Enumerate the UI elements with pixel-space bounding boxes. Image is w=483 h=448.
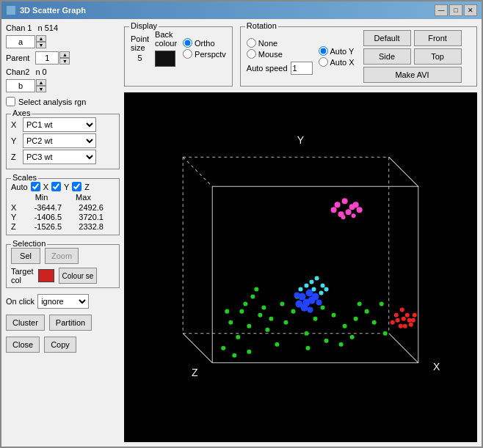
display-group: Display Pointsize 5 Backcolour	[124, 26, 233, 87]
mouse-radio[interactable]	[247, 49, 256, 59]
svg-point-67	[294, 293, 299, 298]
svg-point-20	[280, 302, 284, 306]
svg-point-39	[372, 320, 377, 325]
side-button[interactable]: Side	[363, 48, 411, 65]
axis-y-row: Y PC1 wt PC2 wt PC3 wt	[11, 133, 115, 148]
svg-text:X: X	[433, 361, 440, 372]
chan2-input[interactable]	[6, 79, 35, 92]
sel-zoom-row: Sel Zoom	[11, 248, 115, 264]
svg-point-34	[321, 306, 325, 310]
make-avi-button[interactable]: Make AVI	[363, 67, 462, 83]
partition-button[interactable]: Partition	[49, 315, 92, 331]
zoom-button[interactable]: Zoom	[45, 248, 79, 264]
axis-x-row: X PC1 wt PC2 wt PC3 wt	[11, 117, 115, 132]
auto-z-checkbox[interactable]	[72, 182, 81, 191]
auto-speed-input[interactable]	[291, 62, 313, 75]
minimize-button[interactable]: —	[435, 4, 448, 16]
svg-point-68	[308, 307, 313, 313]
svg-point-25	[236, 335, 240, 339]
scales-auto-row: Auto X Y Z	[11, 182, 115, 191]
chan2-spin-up[interactable]: ▲	[36, 79, 46, 86]
axis-y-select[interactable]: PC1 wt PC2 wt PC3 wt	[23, 133, 96, 148]
cluster-button[interactable]: Cluster	[6, 315, 45, 331]
svg-point-88	[391, 320, 395, 325]
select-analysis-label: Select analysis rgn	[18, 98, 86, 106]
svg-point-75	[298, 287, 302, 292]
svg-point-46	[232, 353, 236, 358]
svg-point-48	[357, 302, 362, 306]
parent-spin-down[interactable]: ▼	[59, 58, 70, 65]
default-button[interactable]: Default	[363, 30, 411, 46]
auto-y-label: Y	[64, 183, 69, 191]
axis-x-select[interactable]: PC1 wt PC2 wt PC3 wt	[23, 117, 96, 132]
svg-point-40	[383, 331, 388, 336]
persp-radio-row: Perspctv	[183, 49, 226, 59]
parent-row: Parent ▲ ▼	[6, 51, 120, 65]
axes-group-title: Axes	[11, 109, 32, 117]
svg-point-87	[403, 324, 407, 328]
auto-x-radio[interactable]	[319, 57, 328, 67]
chan1-spin-up[interactable]: ▲	[36, 35, 46, 42]
chan2-input-row: ▲ ▼	[6, 79, 120, 92]
chan1-spin-buttons: ▲ ▼	[36, 35, 46, 48]
max-header: Max	[63, 193, 104, 202]
on-click-label: On click	[6, 297, 34, 306]
maximize-button[interactable]: □	[449, 4, 462, 16]
close-button[interactable]: Close	[6, 337, 40, 353]
auto-z-label: Z	[84, 183, 90, 191]
svg-line-9	[389, 157, 418, 186]
chan1-spin-down[interactable]: ▼	[36, 42, 46, 48]
back-colour-swatch[interactable]	[155, 51, 175, 67]
chan1-input[interactable]	[6, 35, 35, 48]
persp-radio[interactable]	[183, 49, 192, 59]
chan2-spin-down[interactable]: ▼	[36, 86, 46, 92]
ortho-radio[interactable]	[183, 38, 192, 48]
y-scale-label: Y	[11, 213, 20, 221]
scatter-plot[interactable]: Y X Z	[124, 92, 477, 442]
close-window-button[interactable]: ✕	[464, 4, 477, 16]
svg-point-53	[331, 207, 337, 213]
z-scale-label: Z	[11, 222, 20, 231]
parent-label: Parent	[6, 54, 29, 62]
copy-button[interactable]: Copy	[44, 337, 76, 353]
back-colour-col: Backcolour	[155, 30, 177, 67]
svg-point-24	[283, 320, 288, 325]
svg-point-79	[400, 308, 404, 312]
sel-button[interactable]: Sel	[11, 248, 40, 264]
axis-x-label: X	[11, 120, 20, 129]
svg-point-23	[291, 309, 295, 314]
parent-input[interactable]	[35, 51, 59, 65]
target-colour-swatch[interactable]	[38, 269, 54, 282]
axis-z-select[interactable]: PC1 wt PC2 wt PC3 wt	[23, 150, 96, 164]
rotation-col-left: None Mouse Auto speed	[247, 38, 313, 75]
auto-y-radio[interactable]	[319, 46, 328, 56]
chan2-n: n 0	[35, 67, 46, 76]
svg-point-59	[352, 213, 356, 218]
colour-sel-button[interactable]: Colour se	[59, 268, 98, 284]
parent-spin-buttons: ▲ ▼	[59, 51, 70, 65]
scales-group-title: Scales	[11, 173, 38, 182]
none-radio[interactable]	[247, 38, 256, 48]
chan2-row: Chan2 n 0	[6, 67, 120, 76]
none-label: None	[258, 39, 277, 48]
axis-z-label: Z	[11, 153, 20, 161]
z-min-val: -1526.5	[21, 222, 62, 231]
svg-point-32	[243, 302, 247, 306]
svg-point-47	[247, 350, 251, 354]
svg-point-74	[315, 276, 319, 281]
axis-y-label: Y	[11, 136, 20, 145]
svg-point-41	[350, 335, 355, 339]
svg-point-49	[380, 302, 384, 306]
auto-x-checkbox[interactable]	[31, 182, 40, 191]
auto-label: Auto	[11, 183, 28, 191]
top-button[interactable]: Top	[414, 48, 462, 65]
front-button[interactable]: Front	[414, 30, 462, 46]
select-analysis-checkbox[interactable]	[6, 97, 15, 106]
auto-y-checkbox[interactable]	[51, 182, 61, 191]
ortho-persp-col: Ortho Perspctv	[183, 38, 226, 59]
title-buttons: — □ ✕	[435, 4, 477, 16]
selection-group: Selection Sel Zoom Target col Colour se	[6, 244, 120, 288]
on-click-select[interactable]: ignore select zoom	[37, 294, 89, 309]
parent-spin-up[interactable]: ▲	[59, 51, 70, 58]
none-radio-row: None	[247, 38, 313, 48]
